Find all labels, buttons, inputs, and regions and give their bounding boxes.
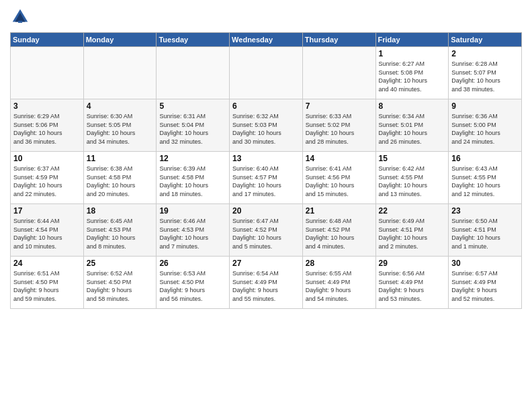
day-info: Sunrise: 6:43 AM Sunset: 4:55 PM Dayligh… — [451, 165, 519, 198]
calendar-week-3: 17Sunrise: 6:44 AM Sunset: 4:54 PM Dayli… — [11, 204, 522, 257]
day-info: Sunrise: 6:37 AM Sunset: 4:59 PM Dayligh… — [13, 165, 81, 198]
day-number: 27 — [232, 259, 300, 268]
calendar-header-thursday: Thursday — [302, 33, 375, 47]
calendar-header-monday: Monday — [83, 33, 157, 47]
day-number: 30 — [451, 259, 519, 268]
calendar-cell: 17Sunrise: 6:44 AM Sunset: 4:54 PM Dayli… — [11, 204, 84, 257]
day-info: Sunrise: 6:57 AM Sunset: 4:49 PM Dayligh… — [451, 269, 519, 303]
calendar-cell: 9Sunrise: 6:36 AM Sunset: 5:00 PM Daylig… — [449, 99, 522, 152]
calendar-cell: 28Sunrise: 6:55 AM Sunset: 4:49 PM Dayli… — [302, 257, 375, 309]
calendar-header-wednesday: Wednesday — [230, 33, 303, 47]
day-number: 28 — [306, 259, 373, 268]
day-number: 15 — [379, 154, 446, 163]
calendar-cell: 10Sunrise: 6:37 AM Sunset: 4:59 PM Dayli… — [11, 152, 84, 204]
calendar-cell: 8Sunrise: 6:34 AM Sunset: 5:01 PM Daylig… — [375, 99, 449, 152]
calendar-cell — [302, 47, 375, 99]
calendar-cell: 12Sunrise: 6:39 AM Sunset: 4:58 PM Dayli… — [157, 152, 230, 204]
logo — [10, 7, 33, 27]
calendar-header-saturday: Saturday — [449, 33, 522, 47]
day-number: 18 — [87, 206, 154, 216]
day-info: Sunrise: 6:45 AM Sunset: 4:53 PM Dayligh… — [87, 217, 154, 250]
day-number: 24 — [13, 259, 81, 268]
calendar-header-tuesday: Tuesday — [157, 33, 230, 47]
day-number: 1 — [379, 49, 446, 58]
day-number: 14 — [306, 154, 373, 163]
calendar-cell: 14Sunrise: 6:41 AM Sunset: 4:56 PM Dayli… — [302, 152, 375, 204]
calendar-cell: 29Sunrise: 6:56 AM Sunset: 4:49 PM Dayli… — [375, 257, 449, 309]
day-info: Sunrise: 6:29 AM Sunset: 5:06 PM Dayligh… — [13, 112, 81, 146]
calendar-header-friday: Friday — [375, 33, 449, 47]
calendar-cell: 11Sunrise: 6:38 AM Sunset: 4:58 PM Dayli… — [83, 152, 157, 204]
calendar-cell: 1Sunrise: 6:27 AM Sunset: 5:08 PM Daylig… — [375, 47, 449, 99]
day-info: Sunrise: 6:40 AM Sunset: 4:57 PM Dayligh… — [232, 165, 300, 198]
day-info: Sunrise: 6:54 AM Sunset: 4:49 PM Dayligh… — [232, 269, 300, 303]
calendar-cell: 24Sunrise: 6:51 AM Sunset: 4:50 PM Dayli… — [11, 257, 84, 309]
day-info: Sunrise: 6:38 AM Sunset: 4:58 PM Dayligh… — [87, 165, 154, 198]
calendar-cell: 27Sunrise: 6:54 AM Sunset: 4:49 PM Dayli… — [230, 257, 303, 309]
calendar-cell: 6Sunrise: 6:32 AM Sunset: 5:03 PM Daylig… — [230, 99, 303, 152]
calendar-header-sunday: Sunday — [11, 33, 84, 47]
day-info: Sunrise: 6:48 AM Sunset: 4:52 PM Dayligh… — [306, 217, 373, 250]
calendar-cell — [83, 47, 157, 99]
day-info: Sunrise: 6:46 AM Sunset: 4:53 PM Dayligh… — [159, 217, 226, 250]
day-info: Sunrise: 6:56 AM Sunset: 4:49 PM Dayligh… — [379, 269, 446, 303]
calendar-cell: 7Sunrise: 6:33 AM Sunset: 5:02 PM Daylig… — [302, 99, 375, 152]
day-number: 5 — [159, 101, 226, 111]
day-info: Sunrise: 6:32 AM Sunset: 5:03 PM Dayligh… — [232, 112, 300, 146]
logo-icon — [10, 7, 30, 27]
calendar-cell — [230, 47, 303, 99]
calendar-week-4: 24Sunrise: 6:51 AM Sunset: 4:50 PM Dayli… — [11, 257, 522, 309]
day-number: 13 — [232, 154, 300, 163]
calendar-cell: 20Sunrise: 6:47 AM Sunset: 4:52 PM Dayli… — [230, 204, 303, 257]
calendar-cell: 18Sunrise: 6:45 AM Sunset: 4:53 PM Dayli… — [83, 204, 157, 257]
calendar-header-row: SundayMondayTuesdayWednesdayThursdayFrid… — [11, 33, 522, 47]
calendar-cell: 4Sunrise: 6:30 AM Sunset: 5:05 PM Daylig… — [83, 99, 157, 152]
day-number: 26 — [159, 259, 226, 268]
day-info: Sunrise: 6:39 AM Sunset: 4:58 PM Dayligh… — [159, 165, 226, 198]
day-number: 8 — [379, 101, 446, 111]
calendar-cell: 21Sunrise: 6:48 AM Sunset: 4:52 PM Dayli… — [302, 204, 375, 257]
day-number: 29 — [379, 259, 446, 268]
calendar-cell: 30Sunrise: 6:57 AM Sunset: 4:49 PM Dayli… — [449, 257, 522, 309]
day-number: 3 — [13, 101, 81, 111]
calendar-cell: 23Sunrise: 6:50 AM Sunset: 4:51 PM Dayli… — [449, 204, 522, 257]
day-info: Sunrise: 6:55 AM Sunset: 4:49 PM Dayligh… — [306, 269, 373, 303]
calendar-cell: 15Sunrise: 6:42 AM Sunset: 4:55 PM Dayli… — [375, 152, 449, 204]
day-info: Sunrise: 6:27 AM Sunset: 5:08 PM Dayligh… — [379, 60, 446, 93]
header — [10, 7, 522, 27]
day-number: 7 — [306, 101, 373, 111]
day-info: Sunrise: 6:44 AM Sunset: 4:54 PM Dayligh… — [13, 217, 81, 250]
calendar-cell: 22Sunrise: 6:49 AM Sunset: 4:51 PM Dayli… — [375, 204, 449, 257]
day-info: Sunrise: 6:36 AM Sunset: 5:00 PM Dayligh… — [451, 112, 519, 146]
day-number: 19 — [159, 206, 226, 216]
calendar-cell: 26Sunrise: 6:53 AM Sunset: 4:50 PM Dayli… — [157, 257, 230, 309]
day-info: Sunrise: 6:30 AM Sunset: 5:05 PM Dayligh… — [87, 112, 154, 146]
day-info: Sunrise: 6:31 AM Sunset: 5:04 PM Dayligh… — [159, 112, 226, 146]
svg-rect-2 — [18, 21, 22, 23]
day-number: 12 — [159, 154, 226, 163]
calendar-cell: 25Sunrise: 6:52 AM Sunset: 4:50 PM Dayli… — [83, 257, 157, 309]
day-number: 20 — [232, 206, 300, 216]
day-number: 11 — [87, 154, 154, 163]
day-info: Sunrise: 6:50 AM Sunset: 4:51 PM Dayligh… — [451, 217, 519, 250]
day-info: Sunrise: 6:28 AM Sunset: 5:07 PM Dayligh… — [451, 60, 519, 93]
calendar-cell: 16Sunrise: 6:43 AM Sunset: 4:55 PM Dayli… — [449, 152, 522, 204]
day-number: 16 — [451, 154, 519, 163]
calendar-week-0: 1Sunrise: 6:27 AM Sunset: 5:08 PM Daylig… — [11, 47, 522, 99]
calendar-week-1: 3Sunrise: 6:29 AM Sunset: 5:06 PM Daylig… — [11, 99, 522, 152]
calendar-cell: 13Sunrise: 6:40 AM Sunset: 4:57 PM Dayli… — [230, 152, 303, 204]
day-number: 6 — [232, 101, 300, 111]
day-number: 25 — [87, 259, 154, 268]
calendar-cell: 3Sunrise: 6:29 AM Sunset: 5:06 PM Daylig… — [11, 99, 84, 152]
day-number: 17 — [13, 206, 81, 216]
day-info: Sunrise: 6:33 AM Sunset: 5:02 PM Dayligh… — [306, 112, 373, 146]
calendar-cell: 19Sunrise: 6:46 AM Sunset: 4:53 PM Dayli… — [157, 204, 230, 257]
calendar-week-2: 10Sunrise: 6:37 AM Sunset: 4:59 PM Dayli… — [11, 152, 522, 204]
calendar-cell: 2Sunrise: 6:28 AM Sunset: 5:07 PM Daylig… — [449, 47, 522, 99]
day-number: 4 — [87, 101, 154, 111]
calendar-body: 1Sunrise: 6:27 AM Sunset: 5:08 PM Daylig… — [11, 47, 522, 309]
day-info: Sunrise: 6:42 AM Sunset: 4:55 PM Dayligh… — [379, 165, 446, 198]
calendar-cell — [157, 47, 230, 99]
day-number: 2 — [451, 49, 519, 58]
day-number: 9 — [451, 101, 519, 111]
